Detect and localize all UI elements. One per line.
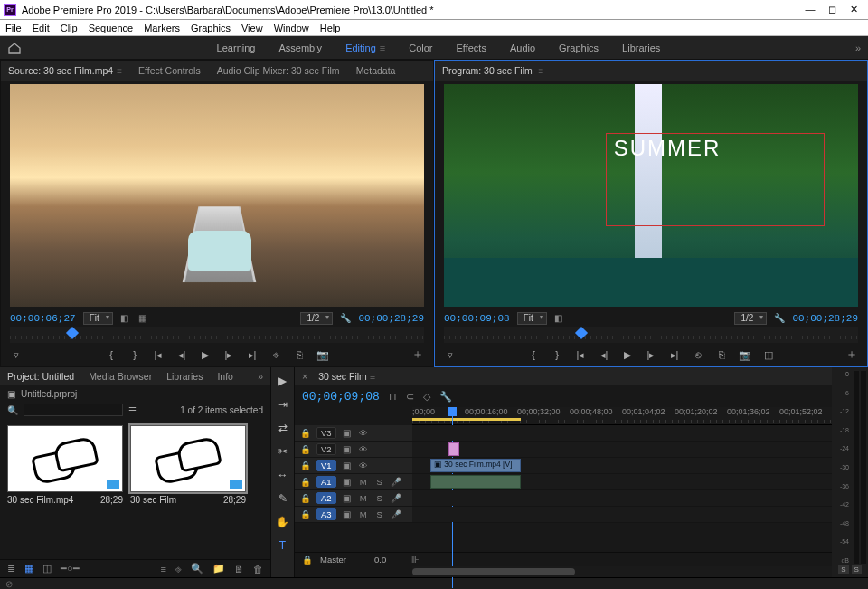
tl-link-icon[interactable]: ⊂ [406, 391, 414, 403]
menu-help[interactable]: Help [320, 23, 341, 33]
timeline-timecode[interactable]: 00;00;09;08 [302, 390, 380, 404]
timeline-tab[interactable]: 30 sec Film ≡ [318, 371, 375, 382]
program-step-back-icon[interactable]: ◂| [598, 348, 610, 361]
program-marker-icon[interactable]: ▿ [444, 348, 457, 361]
program-monitor-viewport[interactable]: SUMMER [444, 84, 858, 307]
program-out-icon[interactable]: } [551, 348, 563, 361]
workspace-color[interactable]: Color [409, 43, 432, 53]
source-resolution-select[interactable]: 1/2 [300, 312, 333, 325]
workspace-libraries[interactable]: Libraries [622, 43, 660, 53]
mute-button[interactable]: M [358, 493, 369, 503]
source-step-back-icon[interactable]: ◂| [175, 348, 188, 361]
menu-markers[interactable]: Markers [144, 23, 180, 33]
menu-edit[interactable]: Edit [33, 23, 50, 33]
track-target[interactable]: A3 [316, 508, 336, 520]
window-maximize-button[interactable]: ◻ [826, 4, 837, 15]
slip-tool[interactable]: ↔ [275, 467, 291, 483]
program-extract-icon[interactable]: ⎘ [715, 348, 728, 361]
voiceover-icon[interactable]: 🎤 [391, 493, 401, 503]
project-tab[interactable]: Libraries [166, 371, 203, 382]
selection-tool[interactable]: ▶ [275, 373, 291, 389]
freeform-view-icon[interactable]: ◫ [42, 563, 52, 575]
program-tab[interactable]: Program: 30 sec Film ≡ [442, 65, 543, 76]
track-select-tool[interactable]: ⇥ [275, 396, 291, 413]
toggle-output-icon[interactable]: ▣ [342, 444, 353, 454]
automate-icon[interactable]: ⎆ [175, 564, 182, 575]
source-marker-icon[interactable]: ▿ [10, 348, 23, 361]
master-value[interactable]: 0.0 [374, 555, 386, 565]
toggle-output-icon[interactable]: ▣ [342, 493, 353, 503]
program-lift-icon[interactable]: ⎋ [692, 348, 704, 361]
solo-button[interactable]: S [374, 509, 385, 519]
source-in-icon[interactable]: { [105, 348, 118, 361]
hand-tool[interactable]: ✋ [275, 514, 291, 530]
track-target[interactable]: V3 [316, 427, 336, 439]
timeline-ruler[interactable]: ;00;0000;00;16;0000;00;32;0000;00;48;000… [412, 407, 832, 425]
menu-file[interactable]: File [5, 23, 22, 33]
track-target[interactable]: A2 [316, 492, 336, 504]
workspace-overflow-icon[interactable]: » [855, 43, 861, 53]
program-play-icon[interactable]: ▶ [621, 348, 634, 361]
razor-tool[interactable]: ✂ [275, 443, 291, 460]
master-meter-icon[interactable]: ⊪ [411, 555, 420, 565]
program-compare-icon[interactable]: ◫ [762, 348, 775, 361]
source-scrubber[interactable] [10, 327, 424, 343]
source-out-icon[interactable]: } [128, 348, 141, 361]
program-out-timecode[interactable]: 00;00;28;29 [792, 313, 858, 324]
source-goto-in-icon[interactable]: |◂ [152, 348, 165, 361]
audio-clip[interactable] [430, 475, 521, 489]
work-area-bar[interactable] [412, 418, 521, 421]
pen-tool[interactable]: ✎ [275, 490, 291, 507]
zoom-slider[interactable]: ━○━ [61, 563, 80, 575]
toggle-output-icon[interactable]: ▣ [342, 461, 353, 470]
lock-icon[interactable]: 🔒 [300, 461, 311, 470]
source-out-timecode[interactable]: 00;00;28;29 [358, 313, 424, 324]
toggle-output-icon[interactable]: ▣ [342, 477, 353, 487]
solo-button[interactable]: S [374, 477, 385, 487]
menu-window[interactable]: Window [274, 23, 309, 33]
filter-icon[interactable]: ☰ [128, 405, 137, 415]
tl-marker-icon[interactable]: ◇ [423, 391, 430, 403]
source-tab[interactable]: Source: 30 sec Film.mp4≡ [8, 65, 122, 76]
solo-button[interactable]: S [374, 493, 385, 503]
sort-icon[interactable]: ≡ [161, 564, 166, 575]
program-settings-icon[interactable]: ◧ [554, 313, 565, 324]
program-goto-in-icon[interactable]: |◂ [574, 348, 587, 361]
workspace-effects[interactable]: Effects [456, 43, 486, 53]
program-goto-out-icon[interactable]: ▸| [668, 348, 681, 361]
source-insert-icon[interactable]: ⎆ [269, 348, 282, 361]
project-tab[interactable]: Media Browser [89, 371, 152, 382]
icon-view-icon[interactable]: ▦ [24, 563, 33, 575]
track-target[interactable]: A1 [316, 476, 336, 488]
meter-solo-l[interactable]: S [838, 565, 848, 574]
lock-icon[interactable]: 🔒 [300, 428, 311, 438]
menu-view[interactable]: View [241, 23, 263, 33]
source-tab[interactable]: Metadata [356, 65, 396, 76]
source-goto-out-icon[interactable]: ▸| [246, 348, 259, 361]
tl-close-icon[interactable]: × [302, 371, 307, 382]
meter-solo-r[interactable]: S [852, 565, 862, 574]
project-bin-item[interactable]: 30 sec Film.mp428;29 [7, 425, 123, 505]
tl-settings-icon[interactable]: 🔧 [439, 391, 452, 403]
workspace-graphics[interactable]: Graphics [559, 43, 599, 53]
bin-icon[interactable]: ▣ [7, 389, 15, 399]
new-item-icon[interactable]: 🗎 [234, 564, 244, 575]
home-icon[interactable] [7, 42, 22, 54]
source-settings-icon[interactable]: ◧ [120, 313, 131, 324]
master-lock-icon[interactable]: 🔒 [302, 555, 313, 565]
new-bin-icon[interactable]: 📁 [212, 563, 225, 575]
track-target[interactable]: V2 [316, 443, 336, 455]
window-close-button[interactable]: ✕ [848, 4, 859, 15]
program-in-icon[interactable]: { [527, 348, 540, 361]
source-in-timecode[interactable]: 00;00;06;27 [10, 313, 76, 324]
menu-clip[interactable]: Clip [61, 23, 78, 33]
workspace-assembly[interactable]: Assembly [278, 43, 322, 53]
project-bin-item[interactable]: 30 sec Film28;29 [130, 425, 246, 505]
mute-button[interactable]: M [358, 509, 369, 519]
program-scrubber[interactable] [444, 327, 858, 343]
menu-sequence[interactable]: Sequence [89, 23, 134, 33]
video-clip[interactable]: ▣ 30 sec Film.mp4 [V] [430, 459, 521, 472]
toggle-output-icon[interactable]: ▣ [342, 428, 353, 438]
ripple-edit-tool[interactable]: ⇄ [275, 420, 291, 436]
project-tab[interactable]: Project: Untitled [7, 371, 74, 382]
